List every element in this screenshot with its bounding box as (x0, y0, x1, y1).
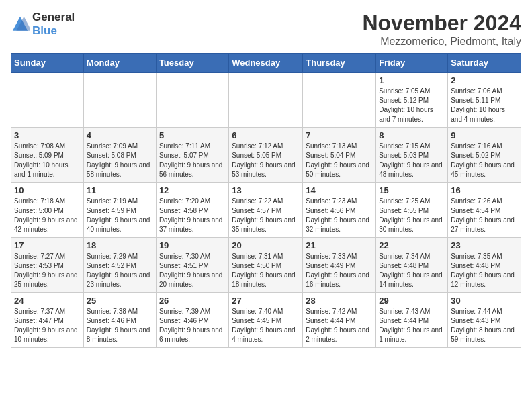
calendar-cell: 9Sunrise: 7:16 AM Sunset: 5:02 PM Daylig… (448, 128, 521, 183)
day-number: 5 (159, 130, 226, 140)
calendar-cell (83, 73, 156, 128)
calendar-cell: 4Sunrise: 7:09 AM Sunset: 5:08 PM Daylig… (83, 128, 156, 183)
day-number: 12 (159, 185, 226, 195)
day-number: 13 (232, 185, 300, 195)
day-info: Sunrise: 7:09 AM Sunset: 5:08 PM Dayligh… (87, 142, 153, 179)
day-number: 14 (306, 185, 373, 195)
logo-general: General (32, 11, 75, 24)
day-info: Sunrise: 7:27 AM Sunset: 4:53 PM Dayligh… (14, 252, 81, 289)
day-info: Sunrise: 7:05 AM Sunset: 5:12 PM Dayligh… (379, 87, 445, 124)
logo-blue: Blue (32, 24, 57, 37)
day-info: Sunrise: 7:15 AM Sunset: 5:03 PM Dayligh… (379, 142, 445, 179)
day-info: Sunrise: 7:25 AM Sunset: 4:55 PM Dayligh… (379, 197, 445, 234)
day-info: Sunrise: 7:34 AM Sunset: 4:48 PM Dayligh… (379, 252, 445, 289)
logo-icon (11, 15, 30, 34)
day-info: Sunrise: 7:18 AM Sunset: 5:00 PM Dayligh… (14, 197, 81, 234)
calendar-week-row: 3Sunrise: 7:08 AM Sunset: 5:09 PM Daylig… (11, 128, 521, 183)
day-info: Sunrise: 7:43 AM Sunset: 4:44 PM Dayligh… (379, 307, 445, 345)
day-number: 21 (306, 240, 373, 250)
calendar-cell: 3Sunrise: 7:08 AM Sunset: 5:09 PM Daylig… (11, 128, 84, 183)
calendar-cell: 27Sunrise: 7:40 AM Sunset: 4:45 PM Dayli… (229, 293, 303, 348)
day-info: Sunrise: 7:39 AM Sunset: 4:46 PM Dayligh… (159, 307, 226, 345)
calendar-cell: 5Sunrise: 7:11 AM Sunset: 5:07 PM Daylig… (156, 128, 228, 183)
day-number: 3 (14, 130, 81, 140)
calendar-cell: 15Sunrise: 7:25 AM Sunset: 4:55 PM Dayli… (376, 183, 448, 238)
day-info: Sunrise: 7:42 AM Sunset: 4:44 PM Dayligh… (306, 307, 373, 345)
calendar-cell: 6Sunrise: 7:12 AM Sunset: 5:05 PM Daylig… (229, 128, 303, 183)
calendar-header-row: Sunday Monday Tuesday Wednesday Thursday… (11, 54, 521, 73)
day-info: Sunrise: 7:19 AM Sunset: 4:59 PM Dayligh… (87, 197, 153, 234)
day-number: 25 (87, 295, 153, 306)
calendar-cell: 23Sunrise: 7:35 AM Sunset: 4:48 PM Dayli… (448, 238, 521, 293)
calendar-cell: 10Sunrise: 7:18 AM Sunset: 5:00 PM Dayli… (11, 183, 84, 238)
day-info: Sunrise: 7:29 AM Sunset: 4:52 PM Dayligh… (87, 252, 153, 289)
day-info: Sunrise: 7:38 AM Sunset: 4:46 PM Dayligh… (87, 307, 153, 345)
day-number: 28 (306, 295, 373, 306)
calendar-week-row: 17Sunrise: 7:27 AM Sunset: 4:53 PM Dayli… (11, 238, 521, 293)
calendar-week-row: 1Sunrise: 7:05 AM Sunset: 5:12 PM Daylig… (11, 73, 521, 128)
day-number: 6 (232, 130, 300, 140)
day-number: 26 (159, 295, 226, 306)
day-info: Sunrise: 7:11 AM Sunset: 5:07 PM Dayligh… (159, 142, 226, 179)
calendar-cell: 30Sunrise: 7:44 AM Sunset: 4:43 PM Dayli… (448, 293, 521, 348)
day-number: 11 (87, 185, 153, 195)
day-number: 7 (306, 130, 373, 140)
calendar-week-row: 10Sunrise: 7:18 AM Sunset: 5:00 PM Dayli… (11, 183, 521, 238)
calendar-cell: 19Sunrise: 7:30 AM Sunset: 4:51 PM Dayli… (156, 238, 228, 293)
calendar-cell: 25Sunrise: 7:38 AM Sunset: 4:46 PM Dayli… (83, 293, 156, 348)
day-info: Sunrise: 7:06 AM Sunset: 5:11 PM Dayligh… (451, 87, 518, 124)
day-number: 30 (451, 295, 518, 306)
page-header: General Blue November 2024 Mezzomerico, … (11, 11, 521, 48)
day-number: 16 (451, 185, 518, 195)
day-info: Sunrise: 7:13 AM Sunset: 5:04 PM Dayligh… (306, 142, 373, 179)
day-number: 2 (451, 75, 518, 85)
day-info: Sunrise: 7:23 AM Sunset: 4:56 PM Dayligh… (306, 197, 373, 234)
day-info: Sunrise: 7:35 AM Sunset: 4:48 PM Dayligh… (451, 252, 518, 289)
day-number: 9 (451, 130, 518, 140)
header-wednesday: Wednesday (229, 54, 303, 73)
day-info: Sunrise: 7:44 AM Sunset: 4:43 PM Dayligh… (451, 307, 518, 345)
calendar-cell: 29Sunrise: 7:43 AM Sunset: 4:44 PM Dayli… (376, 293, 448, 348)
day-info: Sunrise: 7:37 AM Sunset: 4:47 PM Dayligh… (14, 307, 81, 345)
day-number: 18 (87, 240, 153, 250)
day-info: Sunrise: 7:12 AM Sunset: 5:05 PM Dayligh… (232, 142, 300, 179)
calendar-cell: 16Sunrise: 7:26 AM Sunset: 4:54 PM Dayli… (448, 183, 521, 238)
calendar-cell: 21Sunrise: 7:33 AM Sunset: 4:49 PM Dayli… (303, 238, 376, 293)
header-saturday: Saturday (448, 54, 521, 73)
calendar-week-row: 24Sunrise: 7:37 AM Sunset: 4:47 PM Dayli… (11, 293, 521, 348)
day-number: 1 (379, 75, 445, 85)
day-info: Sunrise: 7:26 AM Sunset: 4:54 PM Dayligh… (451, 197, 518, 234)
calendar-cell: 11Sunrise: 7:19 AM Sunset: 4:59 PM Dayli… (83, 183, 156, 238)
logo: General Blue (11, 11, 75, 38)
calendar-cell (11, 73, 84, 128)
calendar-cell: 2Sunrise: 7:06 AM Sunset: 5:11 PM Daylig… (448, 73, 521, 128)
day-info: Sunrise: 7:31 AM Sunset: 4:50 PM Dayligh… (232, 252, 300, 289)
header-thursday: Thursday (303, 54, 376, 73)
calendar-cell: 28Sunrise: 7:42 AM Sunset: 4:44 PM Dayli… (303, 293, 376, 348)
day-number: 17 (14, 240, 81, 250)
day-number: 29 (379, 295, 445, 306)
day-number: 24 (14, 295, 81, 306)
day-number: 27 (232, 295, 300, 306)
calendar-cell: 14Sunrise: 7:23 AM Sunset: 4:56 PM Dayli… (303, 183, 376, 238)
calendar-cell (229, 73, 303, 128)
calendar-cell (303, 73, 376, 128)
calendar-cell: 20Sunrise: 7:31 AM Sunset: 4:50 PM Dayli… (229, 238, 303, 293)
day-number: 10 (14, 185, 81, 195)
calendar-cell: 17Sunrise: 7:27 AM Sunset: 4:53 PM Dayli… (11, 238, 84, 293)
month-title: November 2024 (362, 11, 521, 36)
calendar-cell: 8Sunrise: 7:15 AM Sunset: 5:03 PM Daylig… (376, 128, 448, 183)
header-sunday: Sunday (11, 54, 84, 73)
header-tuesday: Tuesday (156, 54, 228, 73)
header-friday: Friday (376, 54, 448, 73)
calendar-cell: 13Sunrise: 7:22 AM Sunset: 4:57 PM Dayli… (229, 183, 303, 238)
calendar-cell: 26Sunrise: 7:39 AM Sunset: 4:46 PM Dayli… (156, 293, 228, 348)
day-number: 19 (159, 240, 226, 250)
calendar-cell: 24Sunrise: 7:37 AM Sunset: 4:47 PM Dayli… (11, 293, 84, 348)
day-info: Sunrise: 7:30 AM Sunset: 4:51 PM Dayligh… (159, 252, 226, 289)
day-info: Sunrise: 7:22 AM Sunset: 4:57 PM Dayligh… (232, 197, 300, 234)
day-info: Sunrise: 7:33 AM Sunset: 4:49 PM Dayligh… (306, 252, 373, 289)
day-info: Sunrise: 7:08 AM Sunset: 5:09 PM Dayligh… (14, 142, 81, 179)
day-number: 8 (379, 130, 445, 140)
calendar-table: Sunday Monday Tuesday Wednesday Thursday… (11, 53, 521, 348)
